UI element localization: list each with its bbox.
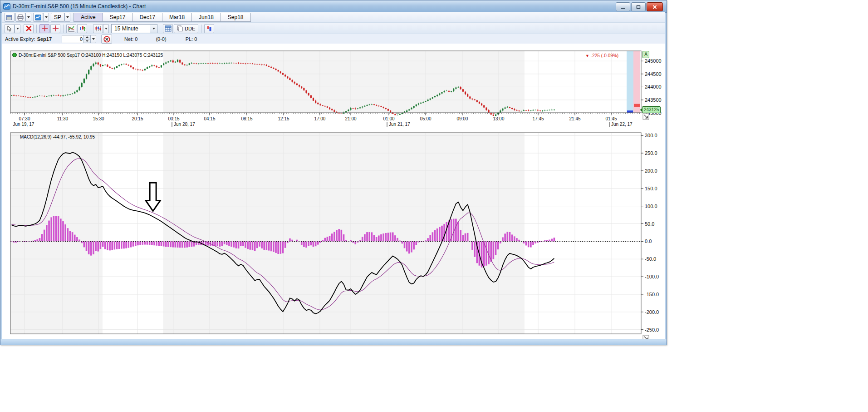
svg-text:20:15: 20:15 (132, 116, 143, 121)
active-expiry-label: Active Expiry: (5, 36, 35, 42)
quantity-spinner-arrows[interactable] (83, 35, 90, 43)
svg-text:-200.0: -200.0 (645, 309, 659, 315)
svg-text:50.0: 50.0 (645, 221, 654, 227)
quantity-stepper[interactable]: 0 (62, 35, 91, 43)
color-bars-icon (206, 25, 212, 32)
color-bars-button[interactable] (204, 24, 214, 33)
chart-region: 245000244500244000243500243000300.0250.0… (2, 44, 665, 339)
window-client: SP ActiveSep17Dec17Mar18Jun18Sep18 (2, 12, 665, 339)
tab-dec17[interactable]: Dec17 (132, 13, 162, 22)
crosshair-dot-icon (52, 25, 59, 32)
restore-button[interactable] (631, 2, 646, 11)
desktop: D-30m:E-mini S&P 500 (15 Minute Candlest… (0, 0, 868, 412)
contract-tabs: ActiveSep17Dec17Mar18Jun18Sep18 (74, 13, 251, 22)
macd-legend[interactable]: MACD(12,26,9) -44.97, -55.92, 10.95 (12, 134, 95, 139)
studies-icon (68, 25, 75, 32)
quote-board-button[interactable] (163, 24, 173, 33)
tab-mar18[interactable]: Mar18 (162, 13, 192, 22)
svg-text:01:00: 01:00 (383, 116, 394, 121)
svg-text:09:00: 09:00 (456, 116, 468, 121)
svg-text:21:00: 21:00 (345, 116, 357, 121)
pl-value: PL: 0 (186, 36, 197, 42)
active-expiry-value: Sep17 (37, 36, 52, 42)
cancel-orders-button[interactable] (101, 35, 112, 44)
close-button[interactable] (647, 2, 663, 11)
quantity-dropdown[interactable] (90, 35, 96, 43)
crosshair-icon (41, 25, 48, 32)
svg-text:Jun 22, 17: Jun 22, 17 (611, 122, 633, 127)
svg-text:Jun 19, 17: Jun 19, 17 (13, 122, 34, 127)
tab-sep18[interactable]: Sep18 (221, 13, 251, 22)
minimize-icon (621, 5, 625, 9)
properties-icon (6, 15, 13, 20)
svg-text:-100.0: -100.0 (645, 274, 659, 279)
window-title: D-30m:E-mini S&P 500 (15 Minute Candlest… (13, 3, 146, 10)
svg-text:0.0: 0.0 (645, 238, 652, 244)
interval-value: 15 Minute (112, 25, 150, 32)
title-bar[interactable]: D-30m:E-mini S&P 500 (15 Minute Candlest… (0, 0, 667, 13)
toolbar: 15 Minute DDE (2, 22, 665, 34)
trade-bar: Active Expiry: Sep17 0 Net: 0 (2, 34, 665, 44)
delete-tool-button[interactable] (24, 24, 34, 33)
symbol-dropdown[interactable] (64, 13, 70, 22)
price-legend[interactable]: D-30m:E-mini S&P 500 Sep17 O:243100 H:24… (12, 53, 163, 58)
auto-scale-badge[interactable]: A (642, 51, 649, 58)
print-dropdown[interactable] (25, 13, 31, 22)
print-button[interactable] (15, 13, 25, 22)
dde-button[interactable]: DDE (174, 24, 198, 33)
tab-jun18[interactable]: Jun18 (191, 13, 221, 22)
svg-text:04:15: 04:15 (204, 116, 215, 121)
crosshair-tool-button[interactable] (39, 24, 49, 33)
svg-text:05:00: 05:00 (420, 116, 432, 121)
delete-x-icon (26, 25, 32, 31)
study-settings-button[interactable] (77, 24, 87, 33)
macd-line-swatch (12, 137, 19, 137)
svg-text:Jun 20, 17: Jun 20, 17 (174, 122, 195, 127)
pointer-tool-dropdown[interactable] (15, 24, 20, 33)
chart-window: D-30m:E-mini S&P 500 (15 Minute Candlest… (0, 0, 667, 345)
copy-icon (177, 25, 183, 31)
svg-text:12:15: 12:15 (278, 116, 289, 121)
bar-style-button[interactable] (93, 24, 103, 33)
charts-canvas[interactable]: 245000244500244000243500243000300.0250.0… (2, 44, 665, 339)
svg-text:-250.0: -250.0 (645, 327, 659, 333)
down-arrow-icon: ▼ (585, 54, 589, 58)
pointer-tool-button[interactable] (5, 24, 15, 33)
svg-text:-150.0: -150.0 (645, 292, 659, 297)
svg-text:100.0: 100.0 (645, 204, 657, 209)
svg-text:15:30: 15:30 (93, 116, 104, 121)
svg-text:08:15: 08:15 (241, 116, 252, 121)
tab-sep17[interactable]: Sep17 (103, 13, 133, 22)
interval-dropdown-icon[interactable] (150, 25, 157, 33)
quantity-value: 0 (62, 35, 83, 43)
tab-active[interactable]: Active (74, 13, 103, 22)
interval-combobox[interactable]: 15 Minute (111, 24, 157, 33)
svg-text:200.0: 200.0 (645, 168, 657, 174)
resize-handle-icon[interactable] (643, 114, 649, 119)
chart-properties-button[interactable] (5, 13, 15, 22)
svg-text:13:00: 13:00 (493, 116, 504, 121)
svg-text:17:45: 17:45 (532, 116, 544, 121)
svg-text:300.0: 300.0 (645, 133, 657, 138)
minimize-button[interactable] (616, 2, 630, 11)
svg-text:Jun 21, 17: Jun 21, 17 (389, 122, 410, 127)
svg-text:243500: 243500 (645, 97, 662, 103)
series-dot-icon (12, 53, 17, 57)
svg-text:07:30: 07:30 (19, 116, 30, 121)
close-icon (652, 5, 657, 9)
open-chart-button[interactable] (33, 13, 43, 22)
crosshair-pointer-tool-button[interactable] (50, 24, 60, 33)
svg-text:01:45: 01:45 (605, 116, 617, 121)
dde-label: DDE (185, 26, 195, 31)
symbol-tab-bar: SP ActiveSep17Dec17Mar18Jun18Sep18 (2, 12, 665, 22)
bar-style-dropdown[interactable] (103, 24, 109, 33)
studies-button[interactable] (66, 24, 76, 33)
last-price-tag: 243125 (642, 106, 661, 113)
svg-text:17:00: 17:00 (314, 116, 325, 121)
pointer-icon (7, 25, 12, 32)
open-chart-dropdown[interactable] (43, 13, 49, 22)
symbol-button[interactable]: SP (51, 13, 64, 22)
no-entry-icon (103, 36, 110, 43)
window-bottom-border (0, 339, 667, 345)
svg-text:250.0: 250.0 (645, 150, 657, 156)
